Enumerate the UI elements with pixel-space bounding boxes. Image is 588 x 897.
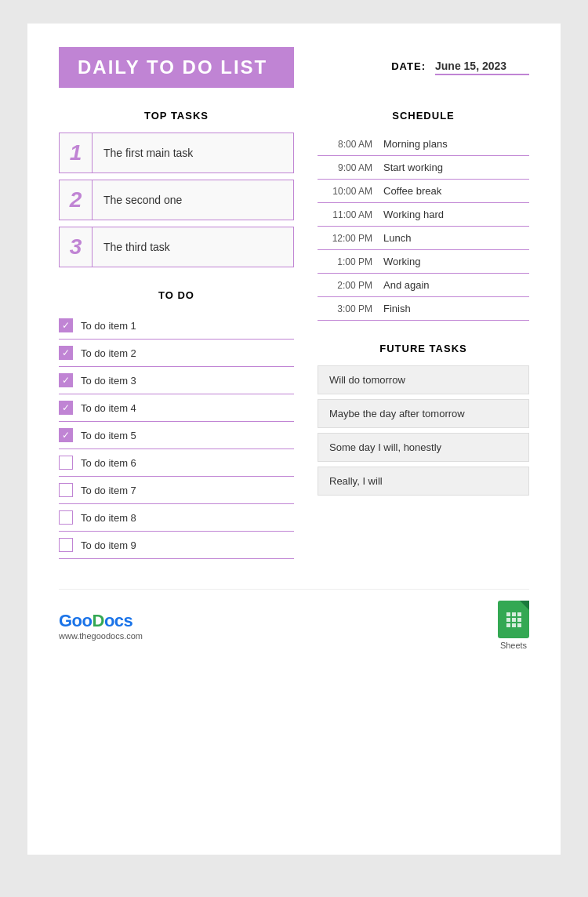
gooddocs-logo: GooDocs www.thegoodocs.com [59, 611, 143, 641]
checkbox-4[interactable]: ✓ [59, 401, 73, 415]
schedule-event-1: Morning plans [383, 138, 448, 150]
checkbox-9[interactable] [59, 538, 73, 552]
sheets-label: Sheets [500, 641, 527, 650]
sheets-grid [506, 612, 521, 627]
todo-label-7: To do item 7 [81, 485, 136, 496]
schedule-event-6: Working [383, 256, 420, 267]
schedule-event-2: Start working [383, 162, 443, 173]
date-value: June 15, 2023 [435, 60, 529, 75]
todo-item-1[interactable]: ✓To do item 1 [59, 312, 294, 340]
todo-item-7[interactable]: To do item 7 [59, 477, 294, 504]
checkbox-7[interactable] [59, 483, 73, 497]
todo-list: ✓To do item 1✓To do item 2✓To do item 3✓… [59, 312, 294, 559]
schedule-row-2: 9:00 AMStart working [318, 156, 529, 180]
date-label: DATE: [391, 60, 426, 72]
schedule-row-4: 11:00 AMWorking hard [318, 203, 529, 227]
todo-section: TO DO ✓To do item 1✓To do item 2✓To do i… [59, 289, 294, 559]
task-number-3: 3 [60, 227, 93, 267]
schedule-time-1: 8:00 AM [318, 139, 372, 150]
future-tasks-section: FUTURE TASKS Will do tomorrowMaybe the d… [318, 343, 529, 496]
schedule-row-7: 2:00 PMAnd again [318, 274, 529, 297]
header: DAILY TO DO LIST DATE: June 15, 2023 [59, 47, 529, 88]
schedule-title: SCHEDULE [318, 110, 529, 122]
schedule-time-5: 12:00 PM [318, 233, 372, 244]
schedule-row-3: 10:00 AMCoffee break [318, 180, 529, 203]
future-task-item-3: Some day I will, honestly [318, 433, 529, 462]
schedule-time-6: 1:00 PM [318, 256, 372, 267]
schedule-time-2: 9:00 AM [318, 162, 372, 173]
schedule-time-7: 2:00 PM [318, 280, 372, 291]
gooddocs-url: www.thegoodocs.com [59, 631, 143, 641]
schedule-event-4: Working hard [383, 209, 444, 220]
todo-title: TO DO [59, 289, 294, 301]
schedule-row-1: 8:00 AMMorning plans [318, 133, 529, 156]
schedule-event-7: And again [383, 279, 430, 291]
todo-label-8: To do item 8 [81, 512, 136, 524]
task-text-1: The first main task [93, 139, 204, 167]
todo-label-1: To do item 1 [81, 320, 136, 332]
schedule-section: SCHEDULE 8:00 AMMorning plans9:00 AMStar… [318, 110, 529, 321]
schedule-row-6: 1:00 PMWorking [318, 250, 529, 274]
todo-item-2[interactable]: ✓To do item 2 [59, 340, 294, 367]
right-column: SCHEDULE 8:00 AMMorning plans9:00 AMStar… [318, 110, 529, 567]
schedule-time-4: 11:00 AM [318, 209, 372, 220]
todo-label-3: To do item 3 [81, 375, 136, 387]
todo-label-9: To do item 9 [81, 539, 136, 551]
todo-item-5[interactable]: ✓To do item 5 [59, 422, 294, 449]
todo-item-8[interactable]: To do item 8 [59, 504, 294, 532]
task-text-2: The second one [93, 186, 193, 214]
future-task-item-1: Will do tomorrow [318, 365, 529, 394]
footer: GooDocs www.thegoodocs.com Sheets [59, 589, 529, 650]
todo-item-4[interactable]: ✓To do item 4 [59, 394, 294, 422]
checkbox-1[interactable]: ✓ [59, 318, 73, 332]
task-number-2: 2 [60, 180, 93, 220]
sheets-icon: Sheets [498, 601, 529, 650]
checkbox-8[interactable] [59, 510, 73, 525]
future-task-item-4: Really, I will [318, 467, 529, 496]
checkbox-6[interactable] [59, 456, 73, 470]
todo-label-6: To do item 6 [81, 457, 136, 469]
task-text-3: The third task [93, 233, 181, 261]
schedule-row-8: 3:00 PMFinish [318, 297, 529, 321]
top-task-item-2: 2 The second one [59, 180, 294, 220]
todo-label-4: To do item 4 [81, 402, 136, 414]
future-tasks-list: Will do tomorrowMaybe the day after tomo… [318, 365, 529, 496]
title-box: DAILY TO DO LIST [59, 47, 294, 88]
left-column: TOP TASKS 1 The first main task 2 The se… [59, 110, 294, 567]
top-task-item-3: 3 The third task [59, 227, 294, 267]
todo-label-5: To do item 5 [81, 430, 136, 441]
checkbox-2[interactable]: ✓ [59, 346, 73, 360]
schedule-list: 8:00 AMMorning plans9:00 AMStart working… [318, 133, 529, 321]
schedule-event-3: Coffee break [383, 185, 441, 197]
page: DAILY TO DO LIST DATE: June 15, 2023 TOP… [27, 24, 561, 855]
schedule-event-5: Lunch [383, 232, 411, 244]
date-area: DATE: June 15, 2023 [391, 60, 529, 75]
todo-item-3[interactable]: ✓To do item 3 [59, 367, 294, 394]
checkbox-5[interactable]: ✓ [59, 428, 73, 442]
todo-label-2: To do item 2 [81, 347, 136, 359]
task-number-1: 1 [60, 133, 93, 172]
page-title: DAILY TO DO LIST [78, 56, 275, 78]
future-task-item-2: Maybe the day after tomorrow [318, 399, 529, 428]
sheets-icon-box [498, 601, 529, 638]
top-task-item-1: 1 The first main task [59, 133, 294, 173]
schedule-time-3: 10:00 AM [318, 186, 372, 197]
top-tasks-section: TOP TASKS 1 The first main task 2 The se… [59, 110, 294, 267]
schedule-time-8: 3:00 PM [318, 303, 372, 314]
schedule-row-5: 12:00 PMLunch [318, 227, 529, 250]
todo-item-9[interactable]: To do item 9 [59, 532, 294, 559]
checkbox-3[interactable]: ✓ [59, 373, 73, 387]
future-tasks-title: FUTURE TASKS [318, 343, 529, 354]
main-content: TOP TASKS 1 The first main task 2 The se… [59, 110, 529, 567]
gooddocs-name: GooDocs [59, 611, 143, 631]
todo-item-6[interactable]: To do item 6 [59, 449, 294, 477]
top-tasks-title: TOP TASKS [59, 110, 294, 122]
schedule-event-8: Finish [383, 303, 411, 314]
